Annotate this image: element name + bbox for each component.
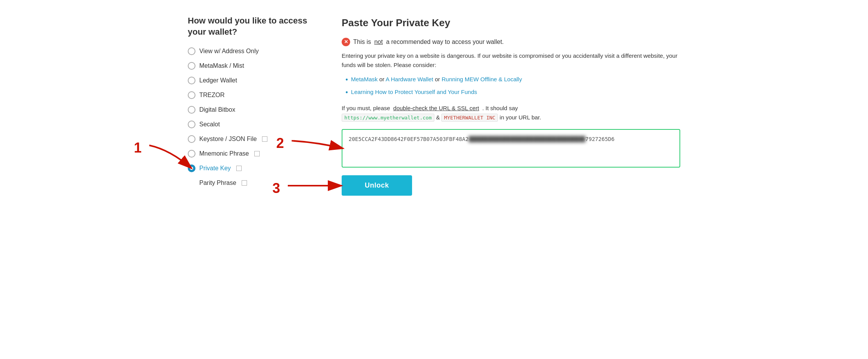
option-keystore[interactable]: Keystore / JSON File (188, 134, 319, 144)
option-label-metamask: MetaMask / Mist (199, 61, 244, 70)
link-hardware-wallet[interactable]: A Hardware Wallet (386, 76, 433, 82)
right-panel: Paste Your Private Key ✕ This is not a r… (342, 15, 680, 196)
left-heading: How would you like to access your wallet… (188, 15, 319, 37)
option-trezor[interactable]: TREZOR (188, 91, 319, 100)
warning-line: ✕ This is not a recommended way to acces… (342, 37, 680, 47)
radio-metamask[interactable] (188, 62, 195, 70)
option-label-digital-bitbox: Digital Bitbox (199, 105, 235, 114)
option-metamask[interactable]: MetaMask / Mist (188, 61, 319, 70)
option-label-secalot: Secalot (199, 120, 220, 129)
checkbox-parity-phrase[interactable] (242, 180, 247, 186)
link-mew-offline[interactable]: Running MEW Offline & Locally (442, 76, 522, 82)
warning-text: This is not a recommended way to access … (353, 37, 504, 47)
option-mnemonic[interactable]: Mnemonic Phrase (188, 149, 319, 158)
radio-view-address[interactable] (188, 47, 195, 55)
radio-private-key[interactable] (188, 164, 195, 172)
pk-text-visible: 20E5CCA2F43DD8642F0EF57B07A503FBF48A2 (349, 136, 469, 142)
warning-not: not (374, 39, 383, 45)
checkbox-private-key[interactable] (236, 166, 242, 171)
left-panel: How would you like to access your wallet… (188, 15, 319, 196)
right-heading: Paste Your Private Key (342, 15, 680, 30)
recommendation-list: • MetaMask or A Hardware Wallet or Runni… (342, 75, 680, 97)
checkbox-keystore[interactable] (262, 136, 267, 142)
link-metamask[interactable]: MetaMask (351, 76, 377, 82)
option-label-private-key: Private Key (199, 164, 231, 173)
private-key-input-wrapper: 20E5CCA2F43DD8642F0EF57B07A503FBF48A2███… (342, 129, 680, 168)
option-label-view-address: View w/ Address Only (199, 47, 259, 56)
option-ledger[interactable]: Ledger Wallet (188, 76, 319, 85)
option-label-ledger: Ledger Wallet (199, 76, 237, 85)
unlock-button[interactable]: Unlock (342, 175, 412, 196)
mew-url-code: https://www.myetherwallet.com (342, 114, 434, 122)
wallet-options-list: View w/ Address Only MetaMask / Mist Led… (188, 47, 319, 188)
pk-text-end: 7927265D6 (585, 136, 614, 142)
option-private-key[interactable]: Private Key (188, 164, 319, 173)
radio-ledger[interactable] (188, 77, 195, 84)
radio-secalot[interactable] (188, 121, 195, 128)
radio-mnemonic[interactable] (188, 150, 195, 158)
link-learning[interactable]: Learning How to Protect Yourself and You… (351, 88, 477, 97)
option-parity-phrase[interactable]: Parity Phrase (188, 178, 319, 188)
bullet-1: • MetaMask or A Hardware Wallet or Runni… (346, 75, 680, 85)
option-secalot[interactable]: Secalot (188, 120, 319, 129)
option-label-parity-phrase: Parity Phrase (199, 178, 236, 188)
private-key-display[interactable]: 20E5CCA2F43DD8642F0EF57B07A503FBF48A2███… (342, 129, 680, 168)
bullet-1-content: MetaMask or A Hardware Wallet or Running… (351, 75, 522, 84)
radio-keystore[interactable] (188, 135, 195, 143)
bullet-dot-1: • (346, 75, 348, 85)
option-label-keystore: Keystore / JSON File (199, 134, 257, 144)
radio-trezor[interactable] (188, 91, 195, 99)
warning-description: Entering your private key on a website i… (342, 51, 680, 70)
mew-inc-code: MYETHERWALLET INC (441, 114, 498, 122)
checkbox-mnemonic[interactable] (254, 151, 260, 156)
bullet-2: • Learning How to Protect Yourself and Y… (346, 88, 680, 97)
option-label-trezor: TREZOR (199, 91, 225, 100)
radio-digital-bitbox[interactable] (188, 106, 195, 114)
bullet-dot-2: • (346, 88, 348, 97)
pk-text-blurred: ████████████████████████████████████ (469, 136, 585, 142)
option-digital-bitbox[interactable]: Digital Bitbox (188, 105, 319, 114)
warning-icon: ✕ (342, 38, 350, 46)
check-url-ssl: double-check the URL & SSL cert (393, 105, 479, 111)
option-label-mnemonic: Mnemonic Phrase (199, 149, 249, 158)
option-view-address[interactable]: View w/ Address Only (188, 47, 319, 56)
check-text: If you must, please double-check the URL… (342, 104, 680, 122)
